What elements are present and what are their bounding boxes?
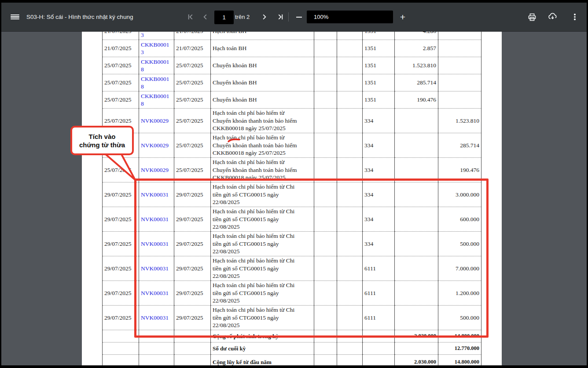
- cell-empty: [139, 355, 174, 366]
- cell-posting-date: 25/07/2025: [103, 158, 139, 182]
- cell-posting-date: 25/07/2025: [103, 57, 139, 74]
- doc-number-link[interactable]: NVK00031: [141, 191, 169, 198]
- cell-credit-amount: 285.714: [438, 133, 481, 158]
- cell-empty: [337, 57, 363, 74]
- cell-empty: [337, 256, 363, 281]
- last-page-icon[interactable]: [275, 3, 286, 31]
- doc-number-link[interactable]: CKKB00018: [141, 76, 169, 90]
- cell-empty: [314, 355, 337, 366]
- cell-description: Hạch toán chi phí bảo hiểm từ Chitiền gử…: [211, 256, 314, 281]
- document-title: S03-H: Sổ cái - Hình thức nhật ký chung: [26, 3, 133, 31]
- cell-empty: [337, 109, 363, 133]
- cell-posting-date: 29/07/2025: [103, 256, 139, 281]
- cell-credit-amount: [438, 57, 481, 74]
- cell-description: Hạch toán chi phí bảo hiểm từ Chitiền gử…: [211, 207, 314, 232]
- cell-empty: [363, 330, 395, 342]
- cell-empty: [337, 207, 363, 232]
- doc-number-link[interactable]: NVK00031: [141, 265, 169, 272]
- ledger-row: 29/07/2025NVK0003129/07/2025Hạch toán ch…: [103, 306, 481, 330]
- doc-number-link[interactable]: NVK00031: [141, 290, 169, 296]
- cell-empty: [337, 40, 363, 57]
- ledger-row: 25/07/2025NVK0002925/07/2025Hạch toán ch…: [103, 133, 481, 158]
- cell-posting-date: 25/07/2025: [103, 74, 139, 91]
- doc-number-link[interactable]: NVK00031: [141, 216, 169, 222]
- doc-number-link[interactable]: CKKB00013: [141, 31, 169, 38]
- first-page-icon[interactable]: [184, 3, 196, 31]
- cell-empty: [337, 91, 363, 109]
- cell-summary-debit: 2.030.000: [395, 355, 438, 366]
- toolbar-divider: [288, 12, 289, 22]
- cell-doc-number: NVK00029: [139, 109, 174, 133]
- cell-posting-date: 29/07/2025: [103, 232, 139, 256]
- menu-icon[interactable]: [11, 3, 19, 31]
- cell-empty: [314, 207, 337, 232]
- doc-number-link[interactable]: NVK00029: [141, 142, 169, 149]
- cell-doc-number: NVK00031: [139, 232, 174, 256]
- ledger-row: 29/07/2025NVK0003129/07/2025Hạch toán ch…: [103, 182, 481, 207]
- cell-empty: [174, 355, 211, 366]
- cell-empty: [103, 330, 139, 342]
- doc-number-link[interactable]: CKKB00018: [141, 93, 169, 107]
- cell-corresponding-account: 334: [363, 133, 395, 158]
- cell-doc-date: 25/07/2025: [174, 74, 211, 91]
- cell-empty: [139, 342, 174, 355]
- cell-corresponding-account: 1351: [363, 40, 395, 57]
- doc-number-link[interactable]: NVK00029: [141, 117, 169, 124]
- cell-description: Hạch toán BH: [211, 31, 314, 40]
- cell-credit-amount: [438, 40, 481, 57]
- cell-debit-amount: [395, 232, 438, 256]
- doc-number-link[interactable]: NVK00031: [141, 240, 169, 247]
- zoom-level-select[interactable]: 100%: [307, 11, 393, 23]
- cell-empty: [337, 232, 363, 256]
- ledger-row: 29/07/2025NVK0003129/07/2025Hạch toán ch…: [103, 281, 481, 306]
- cell-credit-amount: 600.000: [438, 207, 481, 232]
- cell-empty: [314, 133, 337, 158]
- doc-number-link[interactable]: CKKB00018: [141, 58, 169, 73]
- cell-empty: [363, 355, 395, 366]
- previous-page-icon[interactable]: [199, 3, 211, 31]
- cell-corresponding-account: 6111: [363, 281, 395, 306]
- pdf-page: 21/07/2025CKKB0001321/07/2025Hạch toán B…: [82, 31, 502, 365]
- cell-posting-date: 21/07/2025: [103, 40, 139, 57]
- more-options-icon[interactable]: [570, 3, 580, 31]
- cell-posting-date: 29/07/2025: [103, 182, 139, 207]
- cell-summary-label: Cộng lũy kế từ đầu năm: [211, 355, 314, 366]
- cell-description: Hạch toán chi phí bảo hiểm từ Chitiền gử…: [211, 232, 314, 256]
- zoom-out-icon[interactable]: [293, 3, 305, 31]
- cell-empty: [314, 330, 337, 342]
- cell-empty: [314, 40, 337, 57]
- cell-debit-amount: 285.714: [395, 74, 438, 91]
- next-page-icon[interactable]: [258, 3, 270, 31]
- cell-description: Hạch toán chi phí bảo hiểm từChuyển khoả…: [211, 109, 314, 133]
- print-icon[interactable]: [527, 3, 537, 31]
- cell-description: Hạch toán chi phí bảo hiểm từ Chitiền gử…: [211, 281, 314, 306]
- doc-number-link[interactable]: CKKB00013: [141, 41, 169, 56]
- doc-number-link[interactable]: NVK00029: [141, 167, 169, 173]
- cell-empty: [337, 355, 363, 366]
- zoom-in-icon[interactable]: +: [397, 3, 408, 31]
- ledger-summary-row: Số dư cuối kỳ12.770.000: [103, 342, 481, 355]
- cell-debit-amount: 1.523.810: [395, 57, 438, 74]
- cell-doc-date: 29/07/2025: [174, 306, 211, 330]
- cell-summary-debit: [395, 342, 438, 355]
- cell-credit-amount: [438, 91, 481, 109]
- cell-empty: [314, 109, 337, 133]
- cell-empty: [314, 256, 337, 281]
- cell-doc-date: 25/07/2025: [174, 158, 211, 182]
- cell-doc-number: NVK00029: [139, 158, 174, 182]
- cell-summary-label: Số dư cuối kỳ: [211, 342, 314, 355]
- cell-debit-amount: [395, 182, 438, 207]
- cell-empty: [337, 31, 363, 40]
- download-icon[interactable]: [547, 3, 558, 31]
- cell-debit-amount: [395, 158, 438, 182]
- cell-description: Hạch toán BH: [211, 40, 314, 57]
- cell-posting-date: 21/07/2025: [103, 31, 139, 40]
- cell-empty: [314, 281, 337, 306]
- ledger-summary-row: Cộng số phát sinh trong kỳ2.030.00014.80…: [103, 330, 481, 342]
- cell-empty: [314, 31, 337, 40]
- page-number-input[interactable]: [214, 11, 234, 24]
- cell-empty: [103, 342, 139, 355]
- ledger-row: 21/07/2025CKKB0001321/07/2025Hạch toán B…: [103, 31, 481, 40]
- doc-number-link[interactable]: NVK00031: [141, 314, 169, 321]
- cell-doc-number: NVK00031: [139, 207, 174, 232]
